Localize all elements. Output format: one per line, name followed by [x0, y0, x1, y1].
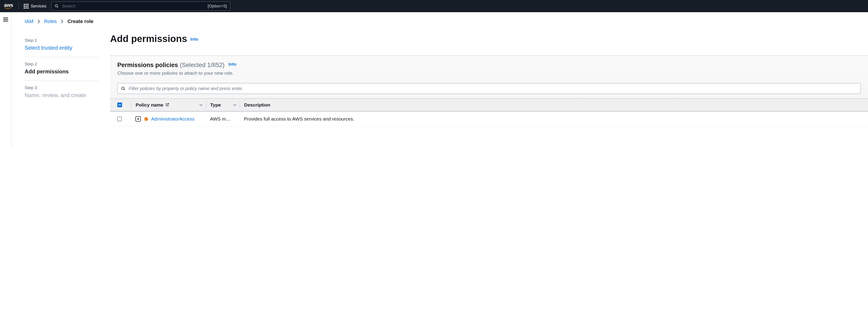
chevron-right-icon — [37, 20, 40, 24]
col-header-type[interactable]: Type — [210, 102, 221, 108]
breadcrumb-current: Create role — [67, 19, 93, 24]
expand-button[interactable] — [135, 116, 141, 122]
info-link[interactable]: Info — [190, 37, 198, 41]
page-title: Add permissions — [110, 33, 187, 44]
page-content: IAM Roles Create role Step 1 Select trus… — [11, 12, 868, 148]
panel-info-link[interactable]: Info — [228, 62, 237, 67]
wizard-stepper: Step 1 Select trusted entity Step 2 Add … — [25, 33, 99, 127]
services-button[interactable]: Services — [20, 4, 51, 8]
permissions-policies-panel: Permissions policies (Selected 1/852) In… — [110, 56, 868, 127]
search-icon — [121, 86, 125, 91]
services-label: Services — [31, 4, 46, 8]
table-row: AdministratorAccess AWS m… Provides full… — [110, 111, 868, 127]
policy-filter[interactable] — [117, 83, 861, 94]
grid-icon — [24, 4, 29, 8]
step-3: Step 3 Name, review, and create — [25, 81, 99, 104]
search-icon — [55, 4, 59, 8]
policy-type: AWS m… — [210, 116, 230, 122]
breadcrumb: IAM Roles Create role — [25, 19, 868, 24]
policies-table-header: Policy name Type — [110, 98, 868, 111]
breadcrumb-roles[interactable]: Roles — [44, 19, 57, 24]
policy-filter-input[interactable] — [129, 86, 857, 91]
aws-logo-text: aws — [4, 2, 13, 8]
step-1[interactable]: Step 1 Select trusted entity — [25, 33, 99, 57]
policy-description: Provides full access to AWS services and… — [244, 116, 354, 122]
svg-line-1 — [57, 6, 58, 7]
nav-separator — [19, 3, 19, 9]
step-label: Step 3 — [25, 85, 99, 90]
aws-logo[interactable]: aws — [4, 3, 18, 9]
side-rail — [0, 12, 11, 148]
chevron-right-icon — [61, 20, 63, 24]
svg-point-2 — [122, 87, 124, 90]
svg-point-0 — [55, 4, 58, 7]
panel-title: Permissions policies (Selected 1/852) — [117, 62, 226, 68]
col-header-description[interactable]: Description — [244, 102, 270, 108]
search-shortcut-label: [Option+S] — [208, 4, 227, 8]
step-2: Step 2 Add permissions — [25, 57, 99, 81]
select-all-checkbox[interactable] — [117, 103, 122, 107]
aws-managed-policy-icon — [144, 116, 149, 121]
sort-icon[interactable] — [199, 104, 203, 106]
external-link-icon — [165, 103, 169, 107]
policy-name-link[interactable]: AdministratorAccess — [151, 116, 194, 122]
step-label: Step 1 — [25, 38, 99, 43]
col-header-policy-name[interactable]: Policy name — [135, 102, 163, 107]
menu-toggle-button[interactable] — [3, 17, 8, 22]
step-title: Select trusted entity — [25, 45, 99, 51]
step-title: Add permissions — [25, 68, 99, 75]
step-title: Name, review, and create — [25, 92, 99, 98]
step-label: Step 2 — [25, 62, 99, 67]
global-search[interactable]: [Option+S] — [51, 2, 230, 11]
top-nav: aws Services [Option+S] — [0, 0, 868, 12]
panel-selected-count: (Selected 1/852) — [180, 62, 224, 68]
sort-icon[interactable] — [233, 104, 237, 106]
panel-subtitle: Choose one or more policies to attach to… — [117, 70, 861, 76]
breadcrumb-iam[interactable]: IAM — [25, 19, 33, 24]
row-checkbox[interactable] — [117, 117, 122, 121]
svg-line-3 — [124, 89, 125, 90]
search-input[interactable] — [62, 4, 204, 8]
main-panel: Add permissions Info Permissions policie… — [110, 33, 868, 127]
